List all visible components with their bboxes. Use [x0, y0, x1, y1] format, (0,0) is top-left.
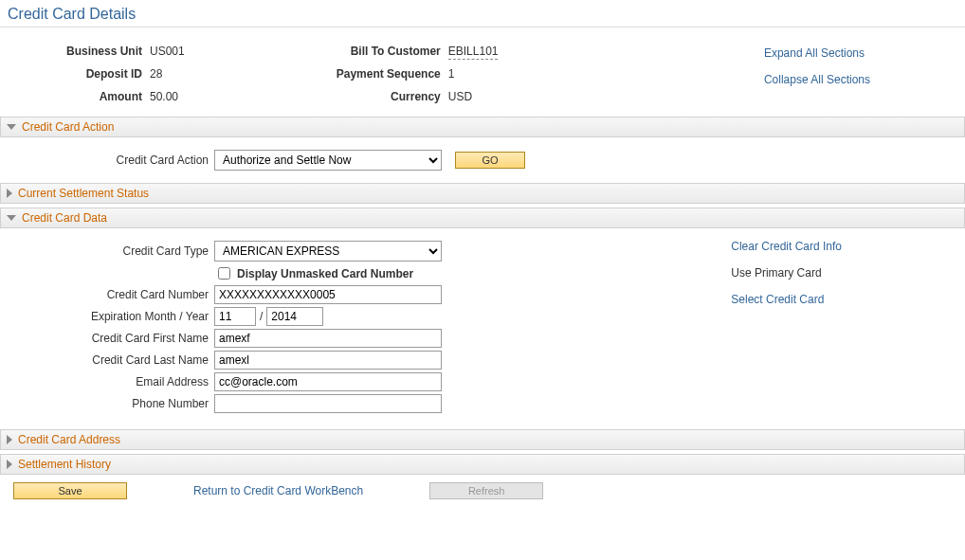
email-input[interactable] — [214, 372, 442, 391]
currency-label: Currency — [337, 90, 441, 103]
chevron-right-icon — [7, 460, 12, 469]
use-primary-text: Use Primary Card — [731, 266, 842, 280]
return-workbench-link[interactable]: Return to Credit Card WorkBench — [193, 484, 363, 497]
display-unmasked-label: Display Unmasked Card Number — [237, 267, 413, 280]
last-name-label: Credit Card Last Name — [9, 353, 214, 367]
chevron-right-icon — [7, 435, 12, 444]
bill-to-customer-label: Bill To Customer — [337, 45, 441, 58]
section-cc-action: Credit Card Action Credit Card Action Au… — [0, 117, 965, 179]
section-title-cc-data: Credit Card Data — [22, 211, 107, 225]
payment-sequence-value: 1 — [448, 67, 499, 81]
cc-action-label: Credit Card Action — [9, 154, 214, 167]
amount-value: 50.00 — [150, 90, 185, 103]
section-title-settlement-history: Settlement History — [18, 458, 111, 471]
go-button[interactable]: GO — [455, 152, 525, 169]
deposit-id-label: Deposit ID — [66, 67, 142, 81]
section-cc-address: Credit Card Address — [0, 429, 965, 450]
section-cc-data: Credit Card Data Credit Card Type AMERIC… — [0, 208, 965, 422]
section-settlement-history: Settlement History — [0, 454, 965, 475]
currency-value: USD — [448, 90, 499, 103]
bottom-bar: Save Return to Credit Card WorkBench Ref… — [0, 475, 965, 509]
email-label: Email Address — [9, 375, 214, 388]
business-unit-label: Business Unit — [66, 45, 142, 58]
exp-year-input[interactable] — [266, 307, 323, 326]
cc-number-input[interactable] — [214, 285, 442, 304]
phone-label: Phone Number — [9, 397, 214, 410]
first-name-input[interactable] — [214, 329, 442, 348]
section-header-settlement-history[interactable]: Settlement History — [0, 454, 965, 475]
payment-sequence-label: Payment Sequence — [337, 67, 441, 81]
section-settlement-status: Current Settlement Status — [0, 183, 965, 204]
header-block: Business Unit US001 Deposit ID 28 Amount… — [0, 27, 965, 109]
clear-cc-link[interactable]: Clear Credit Card Info — [731, 240, 842, 253]
section-title-settlement-status: Current Settlement Status — [18, 187, 149, 200]
cc-action-select[interactable]: Authorize and Settle Now — [214, 150, 442, 171]
expand-all-link[interactable]: Expand All Sections — [764, 46, 870, 60]
deposit-id-value: 28 — [150, 67, 185, 81]
bill-to-customer-value[interactable]: EBILL101 — [448, 45, 499, 60]
section-header-cc-address[interactable]: Credit Card Address — [0, 429, 965, 450]
last-name-input[interactable] — [214, 351, 442, 370]
amount-label: Amount — [66, 90, 142, 103]
business-unit-value: US001 — [150, 45, 185, 58]
refresh-button: Refresh — [429, 482, 543, 499]
section-title-cc-action: Credit Card Action — [22, 120, 114, 134]
cc-number-label: Credit Card Number — [9, 288, 214, 301]
section-header-cc-action[interactable]: Credit Card Action — [0, 117, 965, 137]
cc-type-select[interactable]: AMERICAN EXPRESS — [214, 241, 442, 262]
exp-month-input[interactable] — [214, 307, 256, 326]
exp-separator: / — [260, 310, 263, 323]
chevron-down-icon — [7, 215, 16, 221]
chevron-right-icon — [7, 189, 12, 198]
page-title: Credit Card Details — [0, 0, 965, 27]
chevron-down-icon — [7, 124, 16, 130]
phone-input[interactable] — [214, 394, 442, 413]
save-button[interactable]: Save — [13, 482, 127, 499]
select-cc-link[interactable]: Select Credit Card — [731, 293, 842, 306]
display-unmasked-checkbox[interactable] — [218, 267, 230, 280]
section-header-cc-data[interactable]: Credit Card Data — [0, 208, 965, 228]
first-name-label: Credit Card First Name — [9, 332, 214, 345]
section-header-settlement-status[interactable]: Current Settlement Status — [0, 183, 965, 204]
exp-label: Expiration Month / Year — [9, 310, 214, 323]
section-title-cc-address: Credit Card Address — [18, 433, 120, 446]
collapse-all-link[interactable]: Collapse All Sections — [764, 73, 870, 86]
cc-type-label: Credit Card Type — [9, 244, 214, 258]
